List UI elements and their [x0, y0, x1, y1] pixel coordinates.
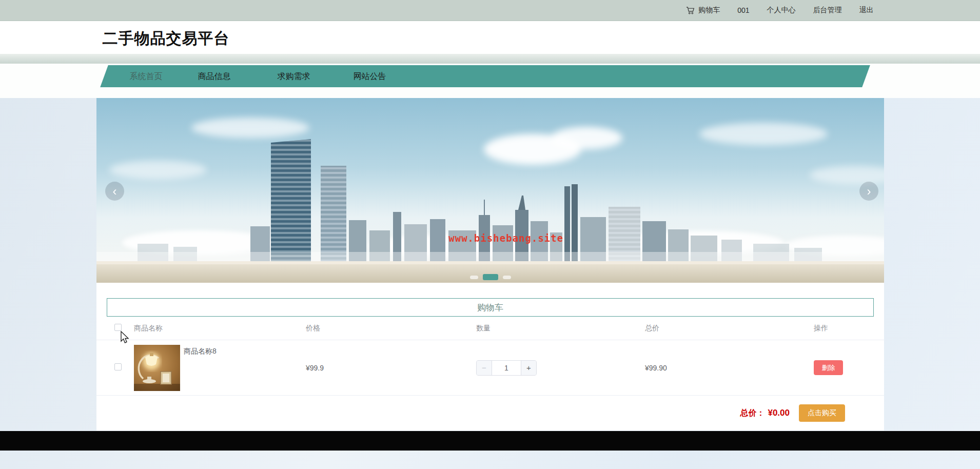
cart-title-label: 购物车 [477, 302, 503, 314]
carousel-next-button[interactable]: › [859, 182, 878, 201]
main-nav: 系统首页 商品信息 求购需求 网站公告 [0, 64, 980, 98]
column-header-action: 操作 [814, 324, 875, 333]
quantity-cell: − + [476, 360, 645, 376]
topbar-username[interactable]: 001 [737, 6, 749, 14]
cart-table-header: 商品名称 价格 数量 总价 操作 [96, 317, 884, 340]
quantity-stepper: − + [476, 360, 537, 376]
product-image[interactable] [134, 345, 180, 391]
mouse-cursor [120, 331, 129, 344]
total-value: ¥0.00 [768, 408, 790, 418]
select-all-checkbox[interactable] [114, 324, 122, 331]
nav-item-demands[interactable]: 求购需求 [278, 65, 310, 87]
column-header-name: 商品名称 [134, 324, 306, 333]
topbar-admin-link[interactable]: 后台管理 [813, 6, 842, 15]
total-label: 总价： [740, 408, 765, 419]
row-select-cell [105, 363, 134, 372]
row-total-price: ¥99.90 [645, 364, 814, 372]
watermark-text: www.bishebang.site [448, 232, 563, 244]
decrease-quantity-button[interactable]: − [477, 361, 492, 375]
chevron-left-icon: ‹ [113, 184, 117, 198]
page: 购物车 001 个人中心 后台管理 退出 二手物品交易平台 系统首页 商品信息 … [0, 0, 980, 469]
chevron-right-icon: › [867, 184, 871, 198]
cart-icon [686, 7, 695, 14]
column-header-price: 价格 [306, 324, 476, 333]
page-footer [0, 431, 980, 451]
buy-button[interactable]: 点击购买 [799, 404, 845, 422]
product-name: 商品名称8 [184, 347, 217, 356]
delete-button[interactable]: 删除 [814, 360, 843, 375]
column-header-total: 总价 [645, 324, 814, 333]
header-divider [0, 54, 980, 64]
cart-summary: 总价： ¥0.00 点击购买 [96, 396, 884, 431]
cart-table-row: 商品名称8 ¥99.9 − + ¥99.90 删除 [96, 340, 884, 396]
carousel-image [96, 98, 884, 283]
topbar: 购物车 001 个人中心 后台管理 退出 [0, 0, 980, 21]
action-cell: 删除 [814, 360, 875, 375]
site-title: 二手物品交易平台 [103, 28, 230, 49]
increase-quantity-button[interactable]: + [521, 361, 536, 375]
carousel-indicator[interactable] [503, 276, 511, 279]
topbar-cart-link[interactable]: 购物车 [686, 6, 720, 15]
quantity-input[interactable] [492, 361, 521, 375]
product-cell: 商品名称8 [134, 340, 306, 395]
topbar-logout-link[interactable]: 退出 [859, 6, 874, 15]
topbar-inner: 购物车 001 个人中心 后台管理 退出 [96, 0, 884, 21]
hero-carousel: www.bishebang.site ‹ › [96, 98, 884, 283]
select-all-cell [105, 324, 134, 333]
nav-item-products[interactable]: 商品信息 [198, 65, 231, 87]
topbar-cart-label: 购物车 [698, 6, 720, 15]
cart-panel-title: 购物车 [107, 298, 874, 317]
nav-item-announcements[interactable]: 网站公告 [354, 65, 386, 87]
site-header: 二手物品交易平台 [0, 21, 980, 54]
row-checkbox[interactable] [114, 363, 122, 370]
column-header-quantity: 数量 [476, 324, 645, 333]
topbar-profile-link[interactable]: 个人中心 [767, 6, 796, 15]
carousel-prev-button[interactable]: ‹ [105, 182, 124, 201]
main-content: www.bishebang.site ‹ › 购物车 商品名称 价格 数量 总价… [96, 98, 884, 431]
carousel-indicator[interactable] [470, 276, 478, 279]
carousel-indicator-active[interactable] [483, 274, 498, 280]
product-price: ¥99.9 [306, 364, 476, 372]
nav-item-home[interactable]: 系统首页 [130, 65, 163, 87]
carousel-indicators [96, 274, 884, 280]
